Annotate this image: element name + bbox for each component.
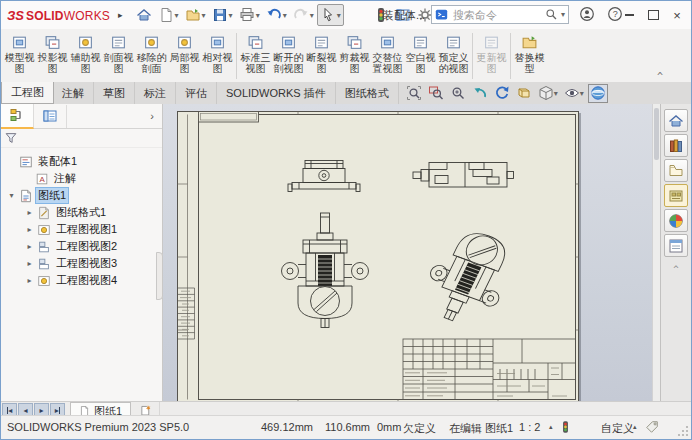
zoom-fit-button[interactable] xyxy=(404,84,424,103)
broken-out-section-button[interactable]: 断开的剖视图 xyxy=(272,32,305,80)
3d-drawing-view-button[interactable] xyxy=(514,84,534,103)
undo-button[interactable]: ▾ xyxy=(263,4,290,26)
tree-item-sheet-format1[interactable]: ▸ 图纸格式1 xyxy=(1,204,162,221)
search-options-caret[interactable]: ▾ xyxy=(561,10,565,19)
tree-item-drawing-view1[interactable]: ▸ 工程图视图1 xyxy=(1,221,162,238)
task-pane-collapse-chevron[interactable]: ^ xyxy=(673,264,678,274)
units-caret[interactable]: ▴ xyxy=(633,423,637,431)
scale-caret[interactable]: ▴ xyxy=(549,423,553,431)
removed-section-icon xyxy=(143,34,160,51)
resize-grip[interactable] xyxy=(677,425,689,437)
maximize-button[interactable] xyxy=(641,4,665,26)
removed-section-button[interactable]: 移除的剖面 xyxy=(135,32,168,80)
standard-3-view-button[interactable]: 标准三视图 xyxy=(239,32,272,80)
display-style-button[interactable]: ▾ xyxy=(536,84,560,103)
projected-view-button[interactable]: 投影视图 xyxy=(36,32,69,80)
minimize-button[interactable] xyxy=(617,4,641,26)
tree-expanded-arrow[interactable]: ▾ xyxy=(7,191,16,200)
resources-button[interactable] xyxy=(664,109,688,132)
view-settings-button[interactable] xyxy=(588,84,608,103)
graphics-viewport[interactable] xyxy=(163,104,660,401)
redo-button[interactable]: ▾ xyxy=(290,4,317,26)
tab-evaluate[interactable]: 评估 xyxy=(176,82,217,104)
tree-item-annotations[interactable]: 注解 xyxy=(1,170,162,187)
property-manager-tab[interactable] xyxy=(34,105,67,128)
command-search-box[interactable]: ▾ xyxy=(431,5,569,24)
tree-item-drawing-view4[interactable]: ▸ 工程图视图4 xyxy=(1,272,162,289)
tree-collapsed-arrow[interactable]: ▸ xyxy=(25,225,34,234)
tree-item-drawing-view3[interactable]: ▸ 工程图视图3 xyxy=(1,255,162,272)
zoom-area-button[interactable] xyxy=(426,84,446,103)
model-view-button[interactable]: 模型视图 xyxy=(3,32,36,80)
drawing-sheet[interactable] xyxy=(177,111,579,401)
view-palette-button[interactable] xyxy=(664,184,688,207)
break-view-button[interactable]: 断裂视图 xyxy=(305,32,338,80)
tab-markup[interactable]: 标注 xyxy=(135,82,176,104)
design-library-button[interactable] xyxy=(664,134,688,157)
appearances-button[interactable] xyxy=(664,209,688,232)
tree-collapsed-arrow[interactable]: ▸ xyxy=(25,208,34,217)
view-settings-sphere-icon xyxy=(590,85,606,101)
tree-item-drawing-view2[interactable]: ▸ 工程图视图2 xyxy=(1,238,162,255)
scrollbar-thumb[interactable] xyxy=(654,108,659,160)
folder-icon xyxy=(668,163,684,179)
logo-flyout-arrow[interactable]: ▸ xyxy=(118,10,123,20)
predefined-view-button[interactable]: 预定义的视图 xyxy=(437,32,470,80)
filter-funnel-icon[interactable] xyxy=(4,131,18,145)
alternate-position-view-button[interactable]: 交替位置视图 xyxy=(371,32,404,80)
account-button[interactable] xyxy=(577,4,597,24)
units-mode-label[interactable]: 自定义 xyxy=(601,421,634,436)
tab-sketch[interactable]: 草图 xyxy=(94,82,135,104)
tree-collapsed-arrow[interactable]: ▸ xyxy=(25,259,34,268)
search-input[interactable] xyxy=(451,8,542,22)
previous-view-button[interactable] xyxy=(470,84,490,103)
main-area: › 装配体1 注解 ▾ 图纸1 xyxy=(1,104,691,401)
home-button[interactable] xyxy=(133,4,155,26)
search-icon[interactable] xyxy=(545,8,558,21)
tree-root-row[interactable]: 装配体1 xyxy=(1,153,162,170)
open-button[interactable]: ▾ xyxy=(182,4,209,26)
drawing-view-icon xyxy=(37,223,51,237)
tab-sheet-format[interactable]: 图纸格式 xyxy=(336,82,399,104)
3d-drawing-view-icon xyxy=(516,85,532,101)
panel-tab-bar: › xyxy=(1,104,162,129)
viewport-vertical-scrollbar[interactable] xyxy=(652,104,660,401)
drawing-document-icon xyxy=(19,155,33,169)
drawing-sheet-container[interactable] xyxy=(177,111,579,401)
zoom-in-out-button[interactable] xyxy=(448,84,468,103)
sheet-scale-label[interactable]: 1 : 2 xyxy=(519,421,540,433)
section-view-button[interactable]: 剖面视图 xyxy=(102,32,135,80)
hide-show-items-button[interactable]: ▾ xyxy=(562,84,586,103)
auxiliary-view-button[interactable]: 辅助视图 xyxy=(69,32,102,80)
tree-collapsed-arrow[interactable]: ▸ xyxy=(25,242,34,251)
crop-view-button[interactable]: 剪裁视图 xyxy=(338,32,371,80)
save-button[interactable]: ▾ xyxy=(209,4,236,26)
rotate-view-button[interactable] xyxy=(492,84,512,103)
toolbar-collapse-chevron[interactable]: ^ xyxy=(657,71,663,82)
panel-expand-chevron[interactable]: › xyxy=(150,110,162,122)
select-tool-button[interactable]: ▾ xyxy=(317,4,344,26)
empty-view-icon xyxy=(412,34,429,51)
app-version-label: SOLIDWORKS Premium 2023 SP5.0 xyxy=(7,421,189,433)
panel-collapse-handle[interactable] xyxy=(156,252,163,300)
tab-drawing[interactable]: 工程图 xyxy=(1,82,54,104)
tree-collapsed-arrow[interactable]: ▸ xyxy=(25,276,34,285)
print-button[interactable]: ▾ xyxy=(236,4,263,26)
tab-annotation[interactable]: 注解 xyxy=(53,82,94,104)
drawing-view-icon xyxy=(37,257,51,271)
coordinate-z: 0mm xyxy=(377,421,401,433)
tree-item-sheet1[interactable]: ▾ 图纸1 xyxy=(1,187,162,204)
tag-icon[interactable] xyxy=(645,420,659,434)
detail-view-button[interactable]: 局部视图 xyxy=(168,32,201,80)
empty-view-button[interactable]: 空白视图 xyxy=(404,32,437,80)
relative-view-button[interactable]: 相对视图 xyxy=(201,32,234,80)
feature-manager-tab[interactable] xyxy=(1,104,34,129)
file-explorer-button[interactable] xyxy=(664,159,688,182)
feature-tree-icon xyxy=(9,107,25,123)
close-button[interactable]: × xyxy=(665,4,689,26)
toolbar-separator xyxy=(236,33,237,79)
new-document-button[interactable]: ▾ xyxy=(155,4,182,26)
custom-properties-button[interactable] xyxy=(664,234,688,257)
replace-model-button[interactable]: 替换模型 xyxy=(513,32,546,80)
tab-addins[interactable]: SOLIDWORKS 插件 xyxy=(217,82,336,104)
